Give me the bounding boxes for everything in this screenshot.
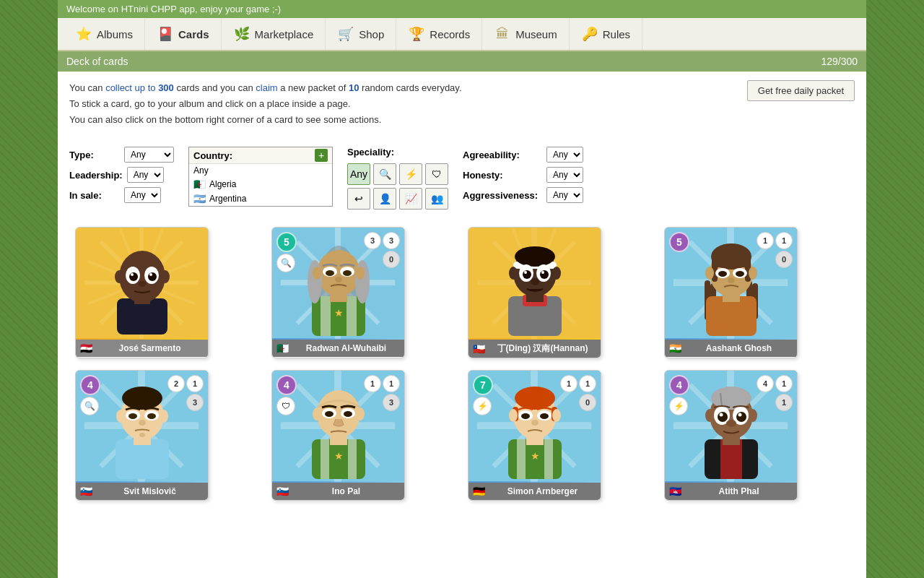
svg-point-62 — [509, 267, 518, 280]
card-2[interactable]: 5 3 3 0 🔍 — [271, 227, 405, 358]
card-4-name: Aashank Ghosh — [685, 343, 793, 353]
svg-text:★: ★ — [530, 450, 539, 462]
card-8[interactable]: 4 4 1 1 ⚡ — [664, 370, 798, 501]
welcome-bar: Welcome on HTnini CHPP app, enjoy your g… — [58, 0, 866, 18]
card-3-flag: 🇨🇱 — [473, 343, 485, 355]
type-select[interactable]: Any Normal Rare Epic — [124, 147, 174, 163]
content-area: You can collect up to 300 cards and you … — [58, 72, 866, 512]
card-6-flag: 🇸🇮 — [276, 486, 289, 497]
aggressiveness-filter: Aggressiveness: Any12345 — [463, 187, 583, 203]
spec-chart-button[interactable]: 📈 — [399, 188, 422, 210]
nav-albums-label: Albums — [97, 28, 133, 40]
card-7-stats: 1 1 0 — [560, 375, 596, 411]
svg-point-17 — [149, 273, 152, 276]
svg-point-58 — [540, 270, 549, 279]
card-6-image: 4 1 1 3 🛡 — [272, 371, 404, 483]
country-argentina[interactable]: 🇦🇷 Argentina — [189, 191, 332, 206]
svg-point-140 — [552, 409, 561, 422]
nav-rules[interactable]: 🔑 Rules — [570, 18, 642, 50]
stat-0b: 0 — [579, 394, 596, 411]
spec-shield-button[interactable]: 🛡 — [425, 163, 448, 185]
stat-1g: 1 — [775, 375, 793, 392]
svg-rect-91 — [116, 439, 169, 479]
country-header: Country: + — [189, 147, 332, 164]
svg-text:★: ★ — [334, 450, 343, 462]
card-3[interactable]: 🇨🇱 丁(Ding) 汉南(Hannan) — [468, 227, 601, 358]
svg-point-38 — [343, 270, 352, 276]
card-4[interactable]: 5 1 1 0 — [664, 227, 798, 358]
card-5-name: Svit Mislovič — [96, 486, 204, 496]
spec-lightning-button[interactable]: ⚡ — [399, 163, 422, 185]
svg-rect-73 — [706, 296, 757, 336]
country-add-button[interactable]: + — [315, 149, 328, 162]
card-5[interactable]: 4 2 1 3 🔍 — [75, 370, 209, 501]
nav-museum[interactable]: 🏛 Museum — [482, 18, 570, 50]
nav-marketplace[interactable]: 🌿 Marketplace — [222, 18, 326, 50]
insale-label: In sale: — [69, 190, 120, 201]
museum-icon: 🏛 — [494, 25, 511, 43]
svg-rect-126 — [517, 439, 526, 479]
nav-albums[interactable]: ⭐ Albums — [64, 18, 145, 50]
spec-arrow-button[interactable]: ↩ — [347, 188, 370, 210]
country-algeria[interactable]: 🇩🇿 Algeria — [189, 177, 332, 191]
card-6[interactable]: 4 1 1 3 🛡 — [271, 370, 405, 501]
agreeability-label: Agreeability: — [463, 150, 542, 160]
stat-1: 1 — [186, 375, 204, 392]
svg-point-158 — [726, 420, 736, 427]
card-5-stats: 2 1 3 — [167, 375, 204, 411]
svg-rect-109 — [321, 439, 329, 479]
card-1[interactable]: 🇪🇬 José Sarmento — [75, 227, 209, 358]
card-7[interactable]: 7 1 1 0 ⚡ — [468, 370, 601, 501]
svg-point-136 — [521, 413, 530, 419]
leadership-select[interactable]: Any 12345 — [127, 167, 164, 183]
svg-point-159 — [705, 409, 714, 422]
svg-point-19 — [115, 270, 123, 283]
card-5-image: 4 2 1 3 🔍 — [76, 371, 208, 483]
spec-search-button[interactable]: 🔍 — [373, 163, 396, 185]
svg-point-156 — [719, 413, 723, 417]
svg-rect-127 — [544, 439, 553, 479]
svg-point-16 — [131, 273, 134, 276]
info-text: You can collect up to 300 cards and you … — [69, 80, 462, 128]
svg-point-41 — [356, 267, 365, 280]
section-header: Deck of cards 129/300 — [58, 51, 866, 72]
stat-1f: 1 — [579, 375, 596, 392]
aggressiveness-label: Aggressiveness: — [463, 190, 542, 201]
svg-point-15 — [148, 272, 157, 281]
spec-group-button[interactable]: 👥 — [425, 188, 448, 210]
aggressiveness-select[interactable]: Any12345 — [546, 187, 583, 203]
spec-person-button[interactable]: 👤 — [373, 188, 396, 210]
svg-point-139 — [509, 409, 518, 422]
card-5-flag: 🇸🇮 — [80, 486, 92, 497]
svg-point-33 — [308, 260, 322, 303]
insale-select[interactable]: Any Yes No — [124, 187, 161, 203]
agreeability-filter: Agreeability: Any12345 — [463, 147, 583, 163]
stat-circle-3b: 3 — [383, 232, 400, 249]
stat-circle-3a: 3 — [364, 232, 381, 249]
country-any[interactable]: Any — [189, 164, 332, 177]
svg-point-101 — [160, 410, 168, 423]
card-1-name: José Sarmento — [96, 343, 204, 353]
agreeability-select[interactable]: Any12345 — [546, 147, 583, 163]
nav-shop[interactable]: 🛒 Shop — [326, 18, 396, 50]
svg-rect-147 — [720, 439, 742, 479]
svg-point-117 — [344, 411, 352, 417]
info-and-button-row: You can collect up to 300 cards and you … — [69, 80, 855, 134]
svg-point-14 — [129, 272, 138, 281]
honesty-select[interactable]: Any12345 — [546, 167, 583, 183]
svg-point-82 — [736, 271, 744, 277]
nav-cards[interactable]: 🎴 Cards — [145, 18, 222, 50]
get-packet-button[interactable]: Get free daily packet — [747, 80, 855, 101]
svg-point-59 — [524, 271, 527, 274]
svg-point-37 — [326, 270, 334, 276]
country-filter-group: Country: + Any 🇩🇿 Algeria 🇦🇷 — [188, 147, 333, 207]
nav-marketplace-label: Marketplace — [255, 28, 314, 40]
stat-3: 3 — [186, 394, 204, 411]
nav-rules-label: Rules — [603, 28, 630, 40]
card-6-stats: 1 1 3 — [364, 375, 400, 411]
card-6-name: Ino Pal — [292, 486, 400, 496]
honesty-filter: Honesty: Any12345 — [463, 167, 583, 183]
nav-records[interactable]: 🏆 Records — [396, 18, 482, 50]
stat-2: 2 — [167, 375, 185, 392]
spec-any-button[interactable]: Any — [347, 163, 370, 185]
